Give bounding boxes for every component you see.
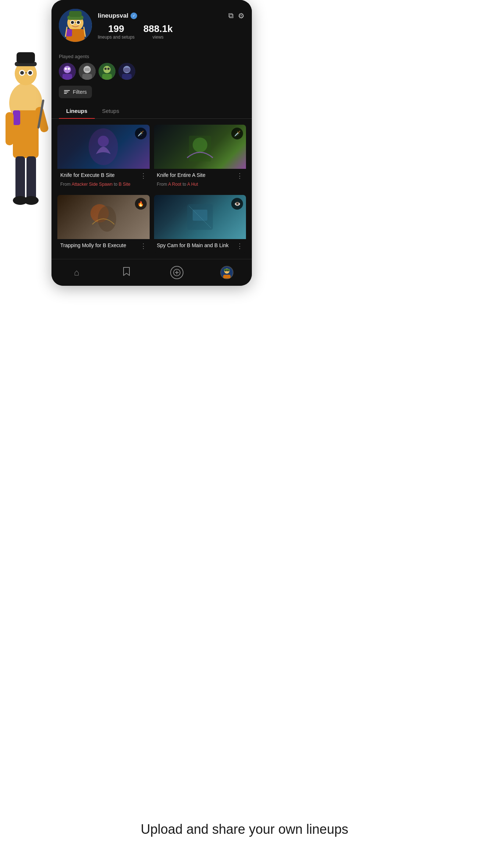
card-spy-cam: 👁️ Spy Cam for B Main and B Link ⋮ [154,195,246,253]
card-1-more-button[interactable]: ⋮ [140,172,147,180]
svg-rect-47 [124,68,130,72]
card-4-thumbnail[interactable]: 👁️ [154,195,246,239]
views-count: 888.1k [143,24,173,33]
svg-point-50 [98,136,109,147]
card-2-more-button[interactable]: ⋮ [236,172,243,180]
card-3-more-button[interactable]: ⋮ [140,242,147,250]
tabs-container: Lineups Setups [51,103,252,119]
card-1-thumbnail[interactable]: 🗡️ [57,125,150,169]
add-icon [170,266,183,279]
card-3-thumbnail[interactable]: 🔥 [57,195,150,239]
card-2-title: Knife for Entire A Site [157,172,235,178]
nav-avatar [220,266,233,279]
card-4-agent-icon: 👁️ [231,198,243,210]
card-2-thumbnail[interactable]: 🗡️ [154,125,246,169]
svg-point-25 [77,21,80,24]
svg-rect-13 [15,156,25,200]
svg-point-52 [193,138,207,152]
nav-add[interactable] [169,264,185,281]
svg-rect-39 [85,68,90,71]
svg-point-41 [103,66,111,73]
views-label: views [143,35,173,40]
nav-home[interactable]: ⌂ [68,264,85,281]
lineups-stat: 199 lineups and setups [98,24,135,40]
profile-header: lineupsval ✓ ⧉ ⚙ 199 lineups and setups … [51,0,252,54]
svg-rect-28 [66,29,72,36]
svg-point-16 [24,196,39,205]
card-3-title: Trapping Molly for B Execute [60,242,139,249]
lineups-count: 199 [98,24,135,33]
settings-icon[interactable]: ⚙ [238,11,244,20]
avatar[interactable] [59,9,92,42]
card-knife-a-site: 🗡️ Knife for Entire A Site ⋮ From A Root… [154,125,246,191]
filters-icon [64,90,70,94]
svg-rect-56 [193,210,207,221]
played-agents-label: Played agents [59,54,244,59]
views-stat: 888.1k views [143,24,173,40]
filters-button[interactable]: Filters [59,86,92,98]
bottom-navigation: ⌂ [51,259,252,286]
home-icon: ⌂ [74,267,79,278]
profile-info: lineupsval ✓ ⧉ ⚙ 199 lineups and setups … [98,11,244,40]
svg-point-42 [104,68,107,70]
svg-point-65 [227,270,229,271]
svg-rect-63 [224,269,230,271]
verified-badge: ✓ [131,13,137,19]
card-2-subtitle: From A Root to A Hut [157,181,243,188]
played-agents-section: Played agents [51,54,252,86]
card-2-agent-icon: 🗡️ [231,128,243,139]
card-4-more-button[interactable]: ⋮ [236,242,243,250]
tab-lineups[interactable]: Lineups [59,103,95,118]
promo-section: Upload and share your own lineups [0,820,489,839]
card-3-agent-icon: 🔥 [135,198,147,210]
agent-avatar-3[interactable] [99,63,115,80]
content-grid: 🗡️ Knife for Execute B Site ⋮ From Attac… [51,119,252,259]
card-knife-b-site: 🗡️ Knife for Execute B Site ⋮ From Attac… [57,125,150,191]
svg-point-35 [68,68,70,70]
copy-icon[interactable]: ⧉ [228,11,233,20]
card-1-agent-icon: 🗡️ [135,128,147,139]
svg-rect-14 [26,156,36,200]
svg-point-24 [71,21,74,24]
svg-point-34 [65,68,67,70]
svg-rect-3 [17,52,35,63]
tab-setups[interactable]: Setups [95,103,127,118]
filters-section: Filters [51,86,252,103]
svg-rect-44 [102,74,112,80]
character-decoration [0,37,51,313]
svg-rect-11 [6,112,14,145]
card-trapping-molly: 🔥 Trapping Molly for B Execute ⋮ [57,195,150,253]
nav-profile[interactable] [219,264,235,281]
svg-rect-38 [82,74,92,80]
promo-text: Upload and share your own lineups [74,820,415,839]
bookmark-icon [122,267,131,278]
phone-frame: lineupsval ✓ ⧉ ⚙ 199 lineups and setups … [51,0,252,286]
card-1-subtitle: From Attacker Side Spawn to B Site [60,181,147,188]
filters-label: Filters [73,89,87,95]
svg-rect-33 [63,74,72,80]
card-1-title: Knife for Execute B Site [60,172,139,178]
svg-point-6 [20,71,24,75]
svg-point-7 [28,71,32,75]
svg-rect-48 [122,74,132,80]
agent-avatar-1[interactable] [59,63,76,80]
username: lineupsval [98,12,128,19]
svg-rect-21 [69,11,82,17]
agent-avatar-4[interactable] [118,63,135,80]
card-4-title: Spy Cam for B Main and B Link [157,242,235,249]
svg-point-43 [107,68,110,70]
nav-bookmark[interactable] [118,264,135,281]
agent-avatar-2[interactable] [79,63,96,80]
svg-rect-66 [223,275,231,278]
svg-rect-10 [13,110,20,125]
lineups-label: lineups and setups [98,35,135,40]
svg-point-32 [64,66,71,73]
svg-point-64 [225,270,226,271]
